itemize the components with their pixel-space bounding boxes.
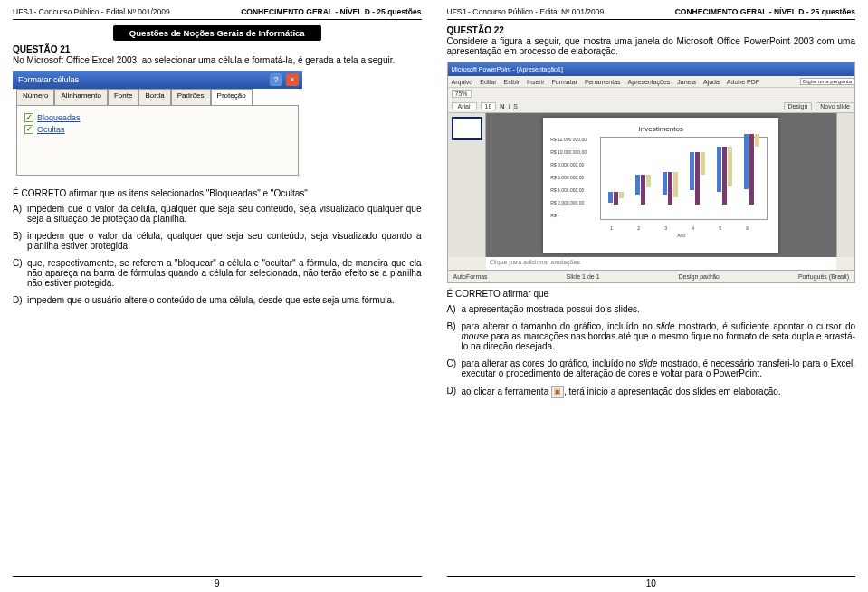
thumbnail-panel	[448, 113, 486, 257]
opt-b-em2: mouse	[462, 331, 489, 341]
tab-numero[interactable]: Número	[16, 89, 54, 105]
x-tick: 3	[664, 225, 667, 231]
y-tick: R$ -	[550, 213, 558, 218]
font-box[interactable]: Arial	[452, 102, 477, 110]
newslide-button[interactable]: Novo slide	[816, 102, 854, 110]
ppt-menubar: Arquivo Editar Exibir Inserir Formatar F…	[448, 76, 855, 88]
ppt-toolbar-1: 75%	[448, 88, 855, 100]
x-axis-label: Ano	[677, 233, 685, 238]
header-left: UFSJ - Concurso Público - Edital Nº 001/…	[447, 7, 605, 16]
tab-borda[interactable]: Borda	[138, 89, 170, 105]
check-icon[interactable]: ✓	[24, 125, 33, 134]
underline-icon[interactable]: S	[513, 103, 518, 110]
menu-editar[interactable]: Editar	[480, 79, 496, 85]
opt-b-em1: slide	[656, 321, 675, 331]
dialog-help-icon[interactable]: ?	[270, 73, 282, 86]
tab-protecao[interactable]: Proteção	[211, 89, 253, 105]
slide-thumbnail-1[interactable]	[452, 117, 482, 140]
draw-toolbar[interactable]: AutoFormas	[453, 273, 488, 280]
option-text: para alterar as cores do gráfico, incluí…	[462, 358, 856, 378]
x-tick: 5	[719, 225, 721, 231]
opt-c-pre: para alterar as cores do gráfico, incluí…	[462, 358, 639, 368]
page-right: UFSJ - Concurso Público - Edital Nº 001/…	[434, 0, 869, 592]
header-row: UFSJ - Concurso Público - Edital Nº 001/…	[13, 7, 422, 20]
italic-icon[interactable]: I	[508, 103, 510, 110]
menu-inserir[interactable]: Inserir	[527, 79, 544, 85]
option-text: que, respectivamente, se referem a "bloq…	[27, 258, 422, 288]
q21-body: No Microsoft Office Excel 2003, ao selec…	[13, 55, 422, 65]
opt-c-em: slide	[639, 358, 658, 368]
ppt-main: Investimentos R$ 12.000.000,00 R$ 10.000…	[448, 113, 855, 257]
dialog-body: ✓ Bloqueadas ✓ Ocultas	[16, 105, 299, 176]
y-tick: R$ 2.000.000,00	[550, 200, 584, 205]
bold-icon[interactable]: N	[500, 103, 504, 110]
page-number-right: 10	[447, 576, 856, 588]
chart-plot: R$ 12.000.000,00 R$ 10.000.000,00 R$ 8.0…	[550, 137, 771, 236]
q22-opt-a: A) a apresentação mostrada possui dois s…	[447, 304, 856, 314]
q22-opt-d: D) ao clicar a ferramenta ▣, terá início…	[447, 386, 856, 398]
menu-exibir[interactable]: Exibir	[504, 79, 520, 85]
slide-area: Investimentos R$ 12.000.000,00 R$ 10.000…	[486, 113, 837, 257]
opt-d-post: , terá início a apresentação dos slides …	[564, 387, 781, 396]
menu-arquivo[interactable]: Arquivo	[452, 79, 473, 85]
status-slide: Slide 1 de 1	[567, 273, 600, 280]
y-tick: R$ 8.000.000,00	[550, 162, 584, 167]
opt-b-post: para as marcações nas bordas até que o m…	[462, 331, 856, 351]
option-text: impedem que o valor da célula, qualquer …	[27, 204, 422, 224]
header-row: UFSJ - Concurso Público - Edital Nº 001/…	[447, 7, 856, 20]
status-bar: AutoFormas Slide 1 de 1 Design padrão Po…	[448, 270, 855, 282]
q22-opt-b: B) para alterar o tamanho do gráfico, in…	[447, 321, 856, 351]
menu-ferramentas[interactable]: Ferramentas	[585, 79, 621, 85]
option-letter: B)	[13, 231, 27, 251]
ppt-title-bar: Microsoft PowerPoint - [Apresentação1]	[448, 62, 855, 76]
zoom-box[interactable]: 75%	[452, 90, 472, 98]
menu-janela[interactable]: Janela	[677, 79, 696, 85]
q21-stem: É CORRETO afirmar que os itens seleciona…	[13, 188, 422, 198]
option-text: para alterar o tamanho do gráfico, inclu…	[462, 321, 856, 351]
notes-pane[interactable]: Clique para adicionar anotações	[486, 257, 837, 270]
opt-a-text: a apresentação mostrada possui dois slid…	[462, 304, 640, 314]
header-left: UFSJ - Concurso Público - Edital Nº 001/…	[13, 7, 170, 16]
slideshow-icon[interactable]: ▣	[551, 386, 564, 398]
size-box[interactable]: 18	[481, 102, 497, 110]
option-letter: D)	[447, 386, 462, 398]
autoforms-button[interactable]: AutoFormas	[453, 273, 488, 280]
option-text: ao clicar a ferramenta ▣, terá início a …	[462, 386, 856, 398]
tab-fonte[interactable]: Fonte	[108, 89, 138, 105]
slide-canvas[interactable]: Investimentos R$ 12.000.000,00 R$ 10.000…	[543, 118, 778, 253]
dialog-tabs: Número Alinhamento Fonte Borda Padrões P…	[16, 89, 299, 105]
tab-alinhamento[interactable]: Alinhamento	[54, 89, 107, 105]
y-tick: R$ 6.000.000,00	[550, 175, 584, 180]
x-tick: 6	[746, 225, 749, 231]
q21-opt-a: A) impedem que o valor da célula, qualqu…	[13, 204, 422, 224]
header-right: CONHECIMENTO GERAL - NÍVEL D - 25 questõ…	[241, 7, 421, 16]
option-letter: C)	[447, 358, 462, 378]
q21-opt-b: B) impedem que o valor da célula, qualqu…	[13, 231, 422, 251]
x-tick: 2	[637, 225, 640, 231]
q22-body: Considere a figura a seguir, que mostra …	[447, 36, 856, 56]
check-ocultas-label: Ocultas	[37, 125, 65, 134]
design-button[interactable]: Design	[784, 102, 813, 110]
y-tick: R$ 4.000.000,00	[550, 187, 584, 193]
check-bloqueadas-row[interactable]: ✓ Bloqueadas	[24, 113, 291, 122]
menu-formatar[interactable]: Formatar	[552, 79, 577, 85]
q21-heading: QUESTÃO 21	[13, 44, 422, 54]
q22-heading: QUESTÃO 22	[447, 25, 856, 35]
dialog-title-bar: Formatar células ? ×	[13, 71, 302, 89]
menu-adobepdf[interactable]: Adobe PDF	[727, 79, 759, 85]
tab-padroes[interactable]: Padrões	[171, 89, 211, 105]
dialog-close-icon[interactable]: ×	[286, 73, 299, 86]
option-text: a apresentação mostrada possui dois slid…	[462, 304, 856, 314]
task-panel[interactable]	[836, 113, 854, 257]
header-right: CONHECIMENTO GERAL - NÍVEL D - 25 questõ…	[675, 7, 855, 16]
check-icon[interactable]: ✓	[24, 113, 33, 122]
page-left: UFSJ - Concurso Público - Edital Nº 001/…	[0, 0, 434, 592]
help-search-box[interactable]: Digite uma pergunta	[800, 78, 854, 85]
ppt-toolbar-2: Arial 18 N I S Design Novo slide	[448, 100, 855, 113]
section-header-label: Questões de Noções Gerais de Informática	[113, 25, 321, 41]
menu-apresentacoes[interactable]: Apresentações	[628, 79, 671, 85]
q21-opt-c: C) que, respectivamente, se referem a "b…	[13, 258, 422, 288]
check-ocultas-row[interactable]: ✓ Ocultas	[24, 125, 291, 134]
menu-ajuda[interactable]: Ajuda	[703, 79, 720, 85]
page-number-left: 9	[13, 576, 422, 588]
